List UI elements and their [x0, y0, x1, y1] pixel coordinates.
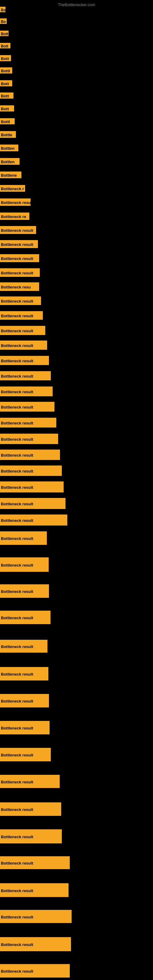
bottleneck-label: Bottleneck resu	[0, 199, 30, 206]
list-item: Bottleneck result	[0, 856, 70, 869]
list-item: Bottleneck result	[0, 387, 53, 396]
bottleneck-label: Bottleneck result	[0, 910, 72, 923]
bottleneck-label: Bottleneck result	[0, 268, 40, 277]
bottleneck-label: Bottleneck result	[0, 856, 70, 869]
list-item: Bottle	[0, 131, 16, 138]
list-item: Bottleneck result	[0, 402, 54, 412]
bottleneck-label: Bottleneck result	[0, 466, 62, 476]
bottleneck-label: Bottle	[0, 131, 16, 138]
bottleneck-label: Bott	[0, 92, 13, 99]
bottleneck-label: Bottleneck result	[0, 387, 53, 396]
bottleneck-label: Bottleneck result	[0, 667, 48, 681]
bottleneck-label: Bottleneck result	[0, 514, 67, 525]
list-item: Bottleneck re	[0, 213, 29, 220]
bottleneck-label: Bottleneck result	[0, 557, 49, 572]
list-item: Bottleneck result	[0, 611, 51, 624]
list-item: Bottleneck result	[0, 296, 41, 305]
bottleneck-label: Bottleneck result	[0, 311, 43, 320]
list-item: Bottleneck result	[0, 802, 61, 816]
bottleneck-label: Bottleneck result	[0, 450, 60, 460]
site-title: TheBottlenecker.com	[0, 1, 153, 8]
bottleneck-label: Bottleneck result	[0, 254, 39, 262]
bottleneck-label: Bottleneck result	[0, 434, 58, 444]
bottleneck-label: Bottleneck result	[0, 531, 47, 545]
bottleneck-label: Bottleneck result	[0, 326, 45, 335]
bottleneck-label: Bottleneck result	[0, 775, 60, 788]
bottleneck-label: Bottleneck result	[0, 611, 51, 624]
list-item: Bottleneck result	[0, 748, 51, 761]
list-item: Bottleneck result	[0, 721, 49, 734]
bottleneck-label: Bottl	[0, 67, 12, 73]
list-item: Bottleneck result	[0, 311, 43, 320]
list-item: Bott	[0, 80, 12, 86]
list-item: Bott	[0, 55, 11, 61]
bottleneck-label: Bott	[0, 105, 14, 111]
list-item: Bottleneck result	[0, 514, 67, 525]
list-item: Bottleneck result	[0, 466, 62, 476]
list-item: Bottleneck result	[0, 667, 48, 681]
bottleneck-label: Bott	[0, 80, 12, 86]
list-item: Bott	[0, 92, 13, 99]
bottleneck-label: Bottleneck result	[0, 640, 48, 652]
list-item: Bottleneck result	[0, 450, 60, 460]
list-item: Bottleneck resu	[0, 199, 30, 206]
list-item: Bottleneck result	[0, 829, 62, 843]
list-item: Bottleneck result	[0, 557, 49, 572]
list-item: Bottleneck result	[0, 640, 48, 652]
bottleneck-label: Bottleneck result	[0, 584, 49, 598]
list-item: Bottleneck result	[0, 326, 45, 335]
list-item: Bottleneck r	[0, 185, 25, 192]
bottleneck-label: Bott	[0, 43, 10, 48]
bottleneck-label: Bottl	[0, 118, 15, 124]
bottleneck-label: Bottleneck result	[0, 802, 61, 816]
bottleneck-label: Bottleneck result	[0, 402, 54, 412]
bottleneck-label: Bottleneck result	[0, 883, 69, 897]
bottleneck-label: Bottleneck result	[0, 937, 71, 951]
list-item: Bottleneck result	[0, 910, 72, 923]
list-item: Bottleneck result	[0, 694, 49, 708]
list-item: Bott	[0, 43, 10, 48]
list-item: Bottleneck result	[0, 481, 64, 492]
list-item: Bottleneck resu	[0, 282, 39, 291]
list-item: Bott	[0, 30, 9, 36]
list-item: Bottleneck result	[0, 883, 69, 897]
list-item: Bottlen	[0, 158, 19, 165]
list-item: Bottleneck result	[0, 340, 47, 350]
bottleneck-label: Bottleneck result	[0, 296, 41, 305]
list-item: Bottleneck result	[0, 434, 58, 444]
bottleneck-label: Bottleneck result	[0, 721, 49, 734]
bottleneck-label: Bottleneck re	[0, 213, 29, 220]
list-item: Bottleneck result	[0, 775, 60, 788]
bottleneck-label: Bottlen	[0, 158, 19, 165]
bottleneck-label: Bott	[0, 30, 9, 36]
list-item: Bottl	[0, 67, 12, 73]
bottleneck-label: Bottleneck result	[0, 356, 49, 365]
bottleneck-label: Bottleneck result	[0, 371, 51, 380]
list-item: Bottlene	[0, 172, 21, 178]
list-item: Bottleneck result	[0, 418, 56, 428]
list-item: Bottlen	[0, 145, 18, 151]
bottleneck-label: Bo	[0, 18, 7, 24]
bottleneck-label: Bott	[0, 55, 11, 61]
bottleneck-label: Bottleneck result	[0, 481, 64, 492]
list-item: Bottleneck result	[0, 356, 49, 365]
list-item: Bottleneck result	[0, 254, 39, 262]
bottleneck-label: Bottleneck result	[0, 829, 62, 843]
bottleneck-label: Bottleneck result	[0, 240, 38, 248]
list-item: Bottleneck result	[0, 584, 49, 598]
bottleneck-label: Bo	[0, 7, 5, 12]
list-item: Bo	[0, 7, 5, 12]
bottleneck-label: Bottleneck result	[0, 226, 36, 234]
list-item: Bottleneck result	[0, 531, 47, 545]
bottleneck-label: Bottleneck result	[0, 748, 51, 761]
bottleneck-label: Bottleneck r	[0, 185, 25, 192]
bottleneck-label: Bottlen	[0, 145, 18, 151]
list-item: Bottl	[0, 118, 15, 124]
list-item: Bo	[0, 18, 7, 24]
bottleneck-label: Bottleneck result	[0, 340, 47, 350]
list-item: Bottleneck result	[0, 937, 71, 951]
list-item: Bottleneck result	[0, 268, 40, 277]
list-item: Bottleneck result	[0, 964, 70, 978]
list-item: Bottleneck result	[0, 226, 36, 234]
list-item: Bottleneck result	[0, 498, 65, 509]
